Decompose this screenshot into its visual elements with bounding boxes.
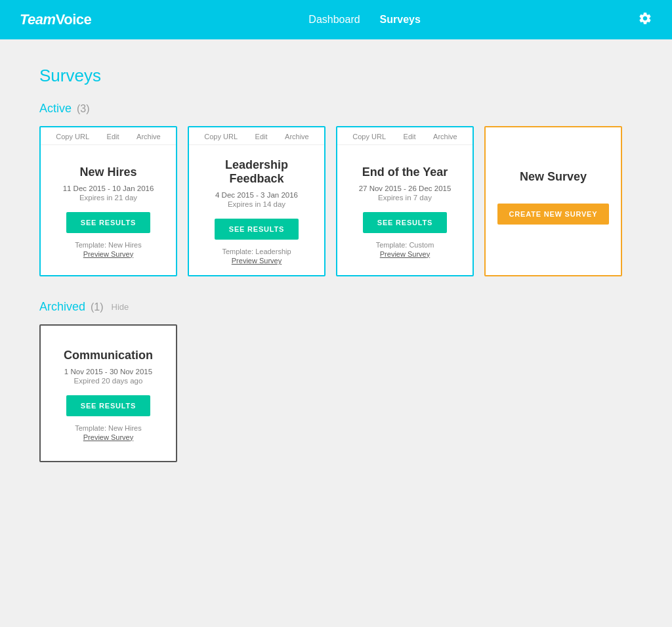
active-section-header: Active (3) <box>39 102 633 116</box>
archive-link[interactable]: Archive <box>285 133 309 141</box>
card-title: Leadership Feedback <box>200 158 314 186</box>
preview-survey-link[interactable]: Preview Survey <box>232 257 282 265</box>
card-dates: 27 Nov 2015 - 26 Dec 2015 <box>359 184 452 192</box>
card-dates: 1 Nov 2015 - 30 Nov 2015 <box>64 368 152 376</box>
card-template: Template: Leadership <box>222 248 291 255</box>
active-section-title: Active <box>39 102 72 116</box>
see-results-button[interactable]: SEE RESULTS <box>363 212 447 233</box>
main-content: Surveys Active (3) Copy URL Edit Archive… <box>0 39 672 512</box>
new-survey-card-body: New Survey CREATE NEW SURVEY <box>486 127 621 275</box>
card-title: Communication <box>64 349 153 362</box>
card-actions: Copy URL Edit Archive <box>41 127 176 145</box>
survey-card-new-hires: Copy URL Edit Archive New Hires 11 Dec 2… <box>39 126 177 276</box>
nav-surveys[interactable]: Surveys <box>380 14 421 26</box>
archived-section-header: Archived (1) Hide <box>39 300 633 314</box>
card-expires: Expires in 14 day <box>228 200 285 208</box>
card-expires: Expired 20 days ago <box>74 377 143 385</box>
active-section-count: (3) <box>77 103 90 115</box>
card-body: End of the Year 27 Nov 2015 - 26 Dec 201… <box>337 145 472 275</box>
archive-link[interactable]: Archive <box>433 133 457 141</box>
page-title: Surveys <box>39 66 633 86</box>
preview-survey-link[interactable]: Preview Survey <box>83 433 133 441</box>
archived-section-title: Archived <box>39 300 85 314</box>
create-new-survey-button[interactable]: CREATE NEW SURVEY <box>497 204 610 225</box>
card-expires: Expires in 21 day <box>79 194 137 202</box>
hide-archived-link[interactable]: Hide <box>112 302 129 312</box>
preview-survey-link[interactable]: Preview Survey <box>83 250 133 258</box>
app-logo: TeamVoice <box>20 11 91 28</box>
survey-card-leadership: Copy URL Edit Archive Leadership Feedbac… <box>188 126 326 276</box>
card-template: Template: Custom <box>376 241 434 249</box>
card-title: End of the Year <box>362 165 448 179</box>
archived-cards-grid: Communication 1 Nov 2015 - 30 Nov 2015 E… <box>39 324 633 462</box>
card-template: Template: New Hires <box>75 241 141 249</box>
survey-card-communication: Communication 1 Nov 2015 - 30 Nov 2015 E… <box>39 324 177 462</box>
see-results-button[interactable]: SEE RESULTS <box>215 219 299 240</box>
archived-section-count: (1) <box>91 301 104 313</box>
new-survey-title: New Survey <box>520 170 587 184</box>
card-expires: Expires in 7 day <box>378 194 432 202</box>
copy-url-link[interactable]: Copy URL <box>352 133 386 141</box>
copy-url-link[interactable]: Copy URL <box>56 133 89 141</box>
copy-url-link[interactable]: Copy URL <box>204 133 238 141</box>
main-nav: Dashboard Surveys <box>91 14 638 26</box>
app-header: TeamVoice Dashboard Surveys <box>0 0 672 39</box>
edit-link[interactable]: Edit <box>107 133 119 141</box>
preview-survey-link[interactable]: Preview Survey <box>380 250 430 258</box>
settings-icon[interactable] <box>638 11 652 28</box>
new-survey-card: New Survey CREATE NEW SURVEY <box>484 126 622 276</box>
card-body: Communication 1 Nov 2015 - 30 Nov 2015 E… <box>41 326 176 461</box>
card-actions: Copy URL Edit Archive <box>189 127 324 145</box>
archive-link[interactable]: Archive <box>136 133 161 141</box>
see-results-button[interactable]: SEE RESULTS <box>66 212 150 233</box>
edit-link[interactable]: Edit <box>255 133 268 141</box>
card-body: Leadership Feedback 4 Dec 2015 - 3 Jan 2… <box>189 145 324 275</box>
nav-dashboard[interactable]: Dashboard <box>308 14 360 26</box>
card-body: New Hires 11 Dec 2015 - 10 Jan 2016 Expi… <box>41 145 176 275</box>
card-dates: 11 Dec 2015 - 10 Jan 2016 <box>63 184 154 192</box>
see-results-button[interactable]: SEE RESULTS <box>66 395 150 416</box>
card-dates: 4 Dec 2015 - 3 Jan 2016 <box>215 191 298 199</box>
card-title: New Hires <box>79 165 136 179</box>
active-cards-grid: Copy URL Edit Archive New Hires 11 Dec 2… <box>39 126 633 276</box>
card-template: Template: New Hires <box>75 424 141 432</box>
card-actions: Copy URL Edit Archive <box>337 127 472 145</box>
edit-link[interactable]: Edit <box>404 133 416 141</box>
survey-card-end-of-year: Copy URL Edit Archive End of the Year 27… <box>336 126 474 276</box>
